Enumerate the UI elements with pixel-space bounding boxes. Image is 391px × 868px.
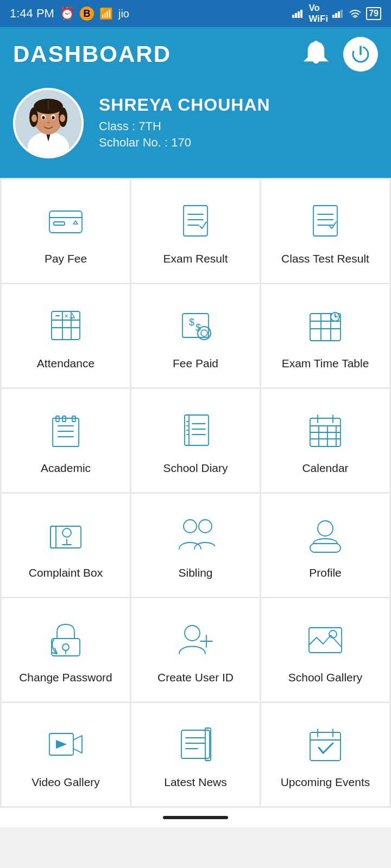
svg-point-24 xyxy=(47,122,50,124)
video-gallery-icon xyxy=(44,723,87,766)
signal-bars-icon xyxy=(292,9,304,18)
svg-rect-3 xyxy=(300,10,302,18)
grid-item-class-test-result[interactable]: Class Test Result xyxy=(261,180,389,283)
student-name: SHREYA CHOUHAN xyxy=(99,95,270,115)
time: 1:44 PM xyxy=(10,7,54,21)
svg-rect-2 xyxy=(298,11,300,18)
grid-label-school-diary: School Diary xyxy=(163,461,228,475)
calendar-icon xyxy=(304,409,347,452)
grid-label-class-test-result: Class Test Result xyxy=(281,251,369,266)
vo-wifi-label: VoWiFi xyxy=(308,3,328,24)
class-test-icon xyxy=(304,199,347,242)
grid-label-video-gallery: Video Gallery xyxy=(31,775,100,789)
profile-section: SHREYA CHOUHAN Class : 7TH Scholar No. :… xyxy=(0,82,391,178)
grid-label-pay-fee: Pay Fee xyxy=(45,251,87,266)
card-icon xyxy=(44,199,87,242)
wifi-icon xyxy=(349,9,362,18)
grid-label-latest-news: Latest News xyxy=(164,775,227,789)
header: DASHBOARD xyxy=(0,27,391,82)
svg-rect-6 xyxy=(338,11,340,18)
svg-point-9 xyxy=(314,41,318,44)
grid-item-complaint-box[interactable]: Complaint Box xyxy=(2,494,130,597)
svg-point-97 xyxy=(329,630,337,638)
grid-item-change-password[interactable]: Change Password xyxy=(2,598,130,701)
grid-label-create-user-id: Create User ID xyxy=(157,670,234,685)
svg-rect-89 xyxy=(310,544,340,552)
diary-icon xyxy=(174,409,217,452)
grid-label-sibling: Sibling xyxy=(178,565,212,580)
svg-point-87 xyxy=(199,520,212,533)
svg-point-25 xyxy=(31,114,37,122)
b-icon: B xyxy=(80,7,94,21)
svg-rect-34 xyxy=(313,206,337,236)
svg-rect-4 xyxy=(332,15,335,18)
svg-rect-82 xyxy=(51,526,56,548)
status-right: VoWiFi 79 xyxy=(292,3,381,24)
svg-point-83 xyxy=(62,528,71,537)
grid-item-academic[interactable]: Academic xyxy=(2,389,130,492)
grid-label-upcoming-events: Upcoming Events xyxy=(281,775,370,789)
jio-label: jio xyxy=(118,8,129,20)
signal-icon: 📶 xyxy=(99,7,113,20)
grid-label-exam-time-table: Exam Time Table xyxy=(282,356,369,371)
bell-icon xyxy=(301,39,331,69)
svg-rect-1 xyxy=(295,13,297,18)
timetable-icon xyxy=(304,304,347,347)
svg-point-86 xyxy=(184,520,197,533)
academic-icon xyxy=(44,409,87,452)
svg-rect-61 xyxy=(62,416,66,422)
grid-item-pay-fee[interactable]: Pay Fee xyxy=(2,180,130,283)
grid-label-fee-paid: Fee Paid xyxy=(173,356,218,371)
svg-point-22 xyxy=(42,116,45,119)
svg-point-88 xyxy=(318,521,333,536)
grid-item-video-gallery[interactable]: Video Gallery xyxy=(2,703,130,806)
alarm-icon: ⏰ xyxy=(60,7,74,21)
fee-paid-icon: $$ xyxy=(174,304,217,347)
battery-icon: 79 xyxy=(366,7,381,20)
grid-item-attendance[interactable]: ✕Attendance xyxy=(2,284,130,387)
grid-item-create-user-id[interactable]: Create User ID xyxy=(131,598,260,701)
grid-item-sibling[interactable]: Sibling xyxy=(131,494,260,597)
profile-icon xyxy=(304,513,347,557)
svg-point-49 xyxy=(201,330,207,336)
grid-item-school-diary[interactable]: School Diary xyxy=(131,389,260,492)
grid-item-fee-paid[interactable]: $$Fee Paid xyxy=(131,284,260,387)
change-password-icon xyxy=(44,618,87,661)
dashboard-grid: Pay FeeExam ResultClass Test Result✕Atte… xyxy=(0,178,391,808)
power-button[interactable] xyxy=(343,37,378,72)
svg-rect-56 xyxy=(53,418,79,446)
svg-text:$: $ xyxy=(189,317,194,328)
status-bar: 1:44 PM ⏰ B 📶 jio VoWiFi 79 xyxy=(0,0,391,27)
svg-point-23 xyxy=(52,116,55,119)
svg-rect-62 xyxy=(72,416,75,422)
scholar-number: Scholar No. : 170 xyxy=(99,136,270,150)
grid-item-calendar[interactable]: Calendar xyxy=(261,389,389,492)
grid-label-attendance: Attendance xyxy=(37,356,94,371)
svg-marker-99 xyxy=(56,740,67,749)
notification-button[interactable] xyxy=(299,37,333,72)
grid-item-school-gallery[interactable]: School Gallery xyxy=(261,598,389,701)
svg-point-93 xyxy=(185,626,200,641)
grid-label-complaint-box: Complaint Box xyxy=(29,565,103,580)
header-icons xyxy=(299,37,378,72)
profile-info: SHREYA CHOUHAN Class : 7TH Scholar No. :… xyxy=(99,95,270,152)
svg-rect-0 xyxy=(292,15,294,18)
grid-label-exam-result: Exam Result xyxy=(163,251,228,266)
grid-item-exam-time-table[interactable]: Exam Time Table xyxy=(261,284,389,387)
grid-label-change-password: Change Password xyxy=(19,670,112,685)
avatar-image xyxy=(15,90,81,156)
bottom-bar xyxy=(0,808,391,827)
grid-item-exam-result[interactable]: Exam Result xyxy=(131,180,260,283)
grid-item-upcoming-events[interactable]: Upcoming Events xyxy=(261,703,389,806)
grid-item-profile[interactable]: Profile xyxy=(261,494,389,597)
svg-point-26 xyxy=(60,114,65,122)
svg-text:✕: ✕ xyxy=(64,313,68,319)
grid-item-latest-news[interactable]: Latest News xyxy=(131,703,260,806)
grid-label-school-gallery: School Gallery xyxy=(288,670,363,685)
battery-level: 79 xyxy=(366,7,381,20)
svg-point-91 xyxy=(62,644,69,650)
dashboard-title: DASHBOARD xyxy=(13,41,171,67)
sibling-icon xyxy=(174,513,217,557)
grid-label-academic: Academic xyxy=(41,461,91,475)
gallery-icon xyxy=(304,618,347,661)
